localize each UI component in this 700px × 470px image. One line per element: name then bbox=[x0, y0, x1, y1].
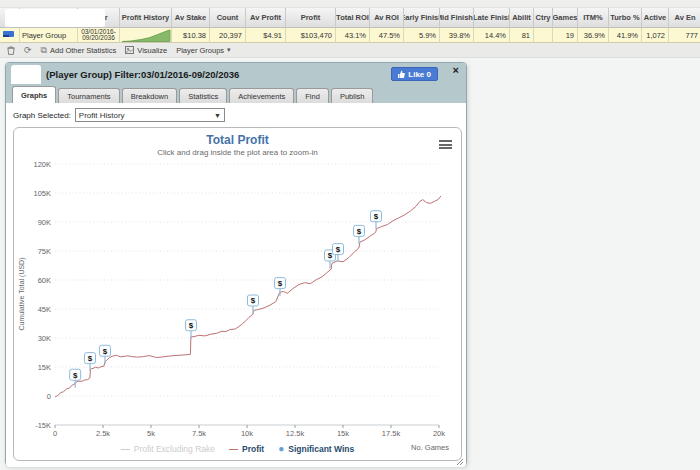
chart-title: Total Profit bbox=[14, 133, 461, 147]
graph-selected-dropdown[interactable]: Profit History ▼ bbox=[75, 108, 225, 122]
header-late-finish[interactable]: Late Finisl bbox=[474, 8, 510, 28]
delete-button[interactable] bbox=[7, 46, 15, 55]
header-ctry[interactable]: Ctry bbox=[534, 8, 553, 28]
header-total-roi[interactable]: Total ROI bbox=[336, 8, 370, 28]
svg-text:-15K: -15K bbox=[35, 421, 51, 430]
player-group-dialog: (Player Group) Filter:03/01/2016-09/20/2… bbox=[5, 62, 467, 466]
significant-win-marker[interactable]: $ bbox=[70, 369, 81, 388]
turbo-value: 41.9% bbox=[609, 28, 642, 43]
redacted-player-name bbox=[11, 65, 41, 84]
profit-history-sparkline-cell bbox=[120, 28, 172, 43]
close-icon[interactable]: × bbox=[453, 64, 459, 76]
player-groups-menu[interactable]: Player Groups ▾ bbox=[176, 46, 230, 55]
facebook-like-button[interactable]: Like 0 bbox=[391, 67, 438, 81]
tab-achievements[interactable]: Achievements bbox=[229, 88, 294, 103]
table-header-row: Filter Profit History Av Stake Count Av … bbox=[0, 8, 700, 28]
stats-table: Filter Profit History Av Stake Count Av … bbox=[0, 8, 700, 43]
legend-profit-excluding-rake[interactable]: — Profit Excluding Rake bbox=[121, 444, 215, 454]
significant-win-marker[interactable]: $ bbox=[274, 278, 285, 297]
tab-publish[interactable]: Publish bbox=[331, 88, 374, 103]
header-early-finish[interactable]: Early Finish bbox=[404, 8, 440, 28]
refresh-button[interactable]: ⟳ bbox=[24, 46, 32, 55]
header-av-en[interactable]: Av En bbox=[669, 8, 700, 28]
games-value: 19 bbox=[553, 28, 578, 43]
svg-text:$: $ bbox=[251, 296, 256, 305]
player-group-row[interactable]: Player Group 03/01/2016-09/20/2036 $10.3… bbox=[0, 28, 700, 43]
svg-text:$: $ bbox=[73, 371, 78, 380]
total-roi-value: 43.1% bbox=[336, 28, 370, 43]
thumbs-up-icon bbox=[398, 70, 405, 78]
resize-grip[interactable] bbox=[455, 457, 463, 465]
header-active[interactable]: Active bbox=[642, 8, 669, 28]
tab-statistics[interactable]: Statistics bbox=[179, 88, 227, 103]
svg-text:0: 0 bbox=[53, 429, 57, 438]
svg-text:15k: 15k bbox=[337, 429, 349, 438]
header-profit[interactable]: Profit bbox=[286, 8, 336, 28]
ability-value: 81 bbox=[510, 28, 534, 43]
chart-menu-icon[interactable] bbox=[439, 140, 452, 149]
sparkline-icon bbox=[121, 29, 171, 42]
header-profit-history[interactable]: Profit History bbox=[120, 8, 172, 28]
svg-text:45K: 45K bbox=[38, 305, 51, 314]
header-itm[interactable]: ITM% bbox=[578, 8, 609, 28]
profit-value: $103,470 bbox=[286, 28, 336, 43]
header-av-roi[interactable]: Av ROI bbox=[370, 8, 404, 28]
table-toolbar: ⟳ ⧉ Add Other Statistics Visualize Playe… bbox=[0, 43, 700, 58]
svg-text:$: $ bbox=[103, 347, 108, 356]
top-strip bbox=[0, 0, 700, 8]
header-av-profit[interactable]: Av Profit bbox=[246, 8, 286, 28]
svg-text:17.5k: 17.5k bbox=[382, 429, 401, 438]
mid-finish-value: 39.8% bbox=[440, 28, 474, 43]
visualize-icon bbox=[125, 46, 134, 54]
add-other-statistics-button[interactable]: ⧉ Add Other Statistics bbox=[41, 46, 117, 55]
chart-plot-area[interactable]: -15K015K30K45K60K75K90K105K120K02.5k5k7.… bbox=[14, 128, 463, 438]
svg-text:0: 0 bbox=[47, 392, 51, 401]
tab-tournaments[interactable]: Tournaments bbox=[58, 88, 119, 103]
tab-graphs[interactable]: Graphs bbox=[12, 86, 56, 103]
svg-text:$: $ bbox=[88, 354, 93, 363]
trash-icon bbox=[7, 46, 15, 55]
header-av-stake[interactable]: Av Stake bbox=[172, 8, 210, 28]
significant-win-marker[interactable]: $ bbox=[99, 345, 110, 364]
dialog-tabs: Graphs Tournaments Breakdown Statistics … bbox=[6, 85, 466, 103]
dialog-body: Graph Selected: Profit History ▼ -15K015… bbox=[6, 103, 466, 467]
svg-text:7.5k: 7.5k bbox=[192, 429, 206, 438]
chart-subtitle: Click and drag inside the plot area to z… bbox=[14, 148, 461, 157]
legend-dash-icon: — bbox=[121, 444, 130, 454]
tab-find[interactable]: Find bbox=[296, 88, 329, 103]
svg-text:$: $ bbox=[278, 279, 283, 288]
svg-text:12.5k: 12.5k bbox=[286, 429, 305, 438]
count-value: 20,397 bbox=[210, 28, 246, 43]
late-finish-value: 14.4% bbox=[474, 28, 510, 43]
header-count[interactable]: Count bbox=[210, 8, 246, 28]
add-statistics-icon: ⧉ bbox=[41, 46, 47, 55]
visualize-button[interactable]: Visualize bbox=[125, 46, 167, 55]
header-turbo[interactable]: Turbo % bbox=[609, 8, 642, 28]
refresh-icon: ⟳ bbox=[24, 46, 32, 55]
chart-legend: — Profit Excluding Rake — Profit ● Signi… bbox=[14, 443, 461, 454]
x-axis-label: No. Games bbox=[411, 443, 449, 452]
legend-significant-wins[interactable]: ● Significant Wins bbox=[278, 443, 354, 454]
svg-text:75K: 75K bbox=[38, 247, 51, 256]
av-stake-value: $10.38 bbox=[172, 28, 210, 43]
filter-cell: 03/01/2016-09/20/2036 bbox=[78, 28, 120, 43]
header-ability[interactable]: Abilit bbox=[510, 8, 534, 28]
legend-dot-icon: ● bbox=[278, 443, 284, 454]
chevron-down-icon: ▼ bbox=[214, 112, 221, 119]
legend-profit[interactable]: — Profit bbox=[229, 444, 264, 454]
svg-text:10k: 10k bbox=[241, 429, 253, 438]
svg-text:5k: 5k bbox=[147, 429, 155, 438]
header-mid-finish[interactable]: Mid Finishe bbox=[440, 8, 474, 28]
profit-chart[interactable]: -15K015K30K45K60K75K90K105K120K02.5k5k7.… bbox=[13, 127, 462, 461]
itm-value: 36.9% bbox=[578, 28, 609, 43]
ctry-value bbox=[534, 28, 553, 43]
significant-win-marker[interactable]: $ bbox=[370, 211, 381, 230]
significant-win-marker[interactable]: $ bbox=[247, 295, 258, 314]
legend-dash-icon: — bbox=[229, 444, 238, 454]
svg-text:$: $ bbox=[374, 212, 379, 221]
header-games[interactable]: Games bbox=[553, 8, 578, 28]
significant-win-marker[interactable]: $ bbox=[185, 320, 196, 339]
dialog-titlebar[interactable]: (Player Group) Filter:03/01/2016-09/20/2… bbox=[6, 63, 466, 85]
tab-breakdown[interactable]: Breakdown bbox=[122, 88, 178, 103]
redacted-header-cell bbox=[5, 9, 105, 27]
